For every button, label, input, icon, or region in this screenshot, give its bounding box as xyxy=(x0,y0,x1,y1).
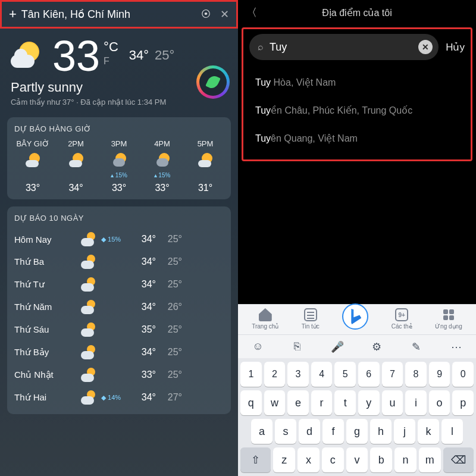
key-h[interactable]: h xyxy=(370,419,392,444)
nav-bing[interactable] xyxy=(342,313,368,330)
key-a[interactable]: a xyxy=(251,419,273,444)
hour-col[interactable]: BÂY GIỜ33° xyxy=(14,139,51,193)
cancel-button[interactable]: Hủy xyxy=(446,41,465,54)
day-row[interactable]: Thứ Hai◆ 14%34°27° xyxy=(14,387,224,408)
day-row[interactable]: Thứ Bảy34°25° xyxy=(14,342,224,363)
suggestion-item[interactable]: Tuyên Quang, Việt Nam xyxy=(255,124,459,152)
key-4[interactable]: 4 xyxy=(311,362,333,387)
daily-title: DỰ BÁO 10 NGÀY xyxy=(14,214,224,223)
hour-col[interactable]: 3PM▴ 15%33° xyxy=(101,139,137,193)
key-x[interactable]: x xyxy=(298,447,320,472)
day-lo: 25° xyxy=(156,256,182,267)
search-input[interactable]: Tuy xyxy=(270,41,418,54)
unit-toggle[interactable]: °C F xyxy=(104,39,118,67)
more-icon[interactable]: ⋯ xyxy=(444,340,468,353)
day-hi: 34° xyxy=(130,302,156,312)
key-g[interactable]: g xyxy=(346,419,368,444)
key-o[interactable]: o xyxy=(429,390,450,415)
key-u[interactable]: u xyxy=(382,390,403,415)
hour-col[interactable]: 4PM▴ 15%33° xyxy=(144,139,181,193)
weather-icon xyxy=(24,152,41,168)
key-3[interactable]: 3 xyxy=(287,362,309,387)
key-⇧[interactable]: ⇧ xyxy=(240,447,271,472)
key-⌫[interactable]: ⌫ xyxy=(443,447,474,472)
day-row[interactable]: Thứ Tư34°25° xyxy=(14,274,224,295)
precip: ▴ 15% xyxy=(111,172,127,179)
weather-icon xyxy=(80,277,96,292)
suggestion-item[interactable]: Tuy Hòa, Việt Nam xyxy=(255,68,459,96)
key-i[interactable]: i xyxy=(405,390,427,415)
back-icon[interactable]: 〈 xyxy=(246,5,257,20)
hour-col[interactable]: 2PM34° xyxy=(58,139,95,193)
assistant-orb-icon[interactable] xyxy=(196,65,230,99)
nav-home[interactable]: Trang chủ xyxy=(252,308,278,330)
high-temp: 34° xyxy=(129,48,149,63)
key-k[interactable]: k xyxy=(418,419,439,444)
key-f[interactable]: f xyxy=(322,419,344,444)
nav-tabs[interactable]: 9+ Các thẻ xyxy=(392,308,412,330)
key-m[interactable]: m xyxy=(419,447,441,472)
hour-col[interactable]: 5PM31° xyxy=(187,139,224,193)
day-name: Thứ Tư xyxy=(14,279,80,290)
day-hi: 34° xyxy=(130,347,156,358)
suggestion-item[interactable]: Tuyền Châu, Phúc Kiến, Trung Quốc xyxy=(255,96,459,124)
key-5[interactable]: 5 xyxy=(334,362,356,387)
key-z[interactable]: z xyxy=(273,447,295,472)
key-l[interactable]: l xyxy=(441,419,463,444)
condition-text: Partly sunny xyxy=(11,80,227,95)
blank-area xyxy=(238,161,476,304)
key-7[interactable]: 7 xyxy=(382,362,403,387)
weather-pane: + Tân Kiên, Hồ Chí Minh ⦿ ✕ 33 °C F 34° … xyxy=(0,0,238,476)
emoji-icon[interactable]: ☺ xyxy=(246,340,270,353)
day-row[interactable]: Thứ Năm34°26° xyxy=(14,296,224,318)
key-p[interactable]: p xyxy=(452,390,474,415)
key-d[interactable]: d xyxy=(299,419,320,444)
nav-apps[interactable]: Ứng dụng xyxy=(435,308,462,330)
key-r[interactable]: r xyxy=(311,390,333,415)
day-hi: 33° xyxy=(130,369,156,380)
day-row[interactable]: Chủ Nhật33°25° xyxy=(14,364,224,386)
key-w[interactable]: w xyxy=(264,390,286,415)
nav-news[interactable]: Tin tức xyxy=(302,308,320,330)
key-v[interactable]: v xyxy=(346,447,368,472)
precip: ▴ 15% xyxy=(154,172,171,179)
day-name: Hôm Nay xyxy=(14,234,80,245)
key-2[interactable]: 2 xyxy=(264,362,286,387)
close-icon[interactable]: ✕ xyxy=(220,8,229,21)
precip: ◆ 15% xyxy=(101,236,130,243)
tabs-icon: 9+ xyxy=(395,308,408,321)
key-e[interactable]: e xyxy=(287,390,309,415)
news-icon xyxy=(304,308,317,321)
weather-icon xyxy=(68,152,84,168)
hour-temp: 34° xyxy=(68,183,83,193)
key-8[interactable]: 8 xyxy=(405,362,427,387)
location-pin-icon[interactable]: ⦿ xyxy=(201,9,211,20)
key-9[interactable]: 9 xyxy=(429,362,450,387)
pen-icon[interactable]: ✎ xyxy=(405,340,428,353)
key-c[interactable]: c xyxy=(322,447,344,472)
mic-icon[interactable]: 🎤 xyxy=(325,340,349,353)
gear-icon[interactable]: ⚙ xyxy=(365,340,389,353)
key-s[interactable]: s xyxy=(275,419,296,444)
clear-icon[interactable]: ✕ xyxy=(418,40,433,54)
apps-icon xyxy=(442,308,455,321)
key-0[interactable]: 0 xyxy=(452,362,474,387)
key-q[interactable]: q xyxy=(240,390,262,415)
location-bar[interactable]: + Tân Kiên, Hồ Chí Minh ⦿ ✕ xyxy=(0,0,238,29)
day-row[interactable]: Thứ Sáu35°25° xyxy=(14,319,224,340)
key-n[interactable]: n xyxy=(394,447,416,472)
day-row[interactable]: Hôm Nay◆ 15%34°25° xyxy=(14,228,224,250)
key-1[interactable]: 1 xyxy=(240,362,262,387)
clipboard-icon[interactable]: ⎘ xyxy=(286,340,309,353)
day-lo: 25° xyxy=(156,347,182,358)
key-b[interactable]: b xyxy=(370,447,392,472)
day-lo: 27° xyxy=(156,392,182,403)
key-j[interactable]: j xyxy=(394,419,415,444)
hourly-title: DỰ BÁO HÀNG GIỜ xyxy=(14,124,224,133)
search-field[interactable]: ⌕ Tuy ✕ xyxy=(249,34,439,60)
key-6[interactable]: 6 xyxy=(358,362,380,387)
day-row[interactable]: Thứ Ba34°25° xyxy=(14,251,224,273)
key-t[interactable]: t xyxy=(334,390,356,415)
hi-lo: 34° 25° xyxy=(129,48,175,63)
key-y[interactable]: y xyxy=(358,390,380,415)
